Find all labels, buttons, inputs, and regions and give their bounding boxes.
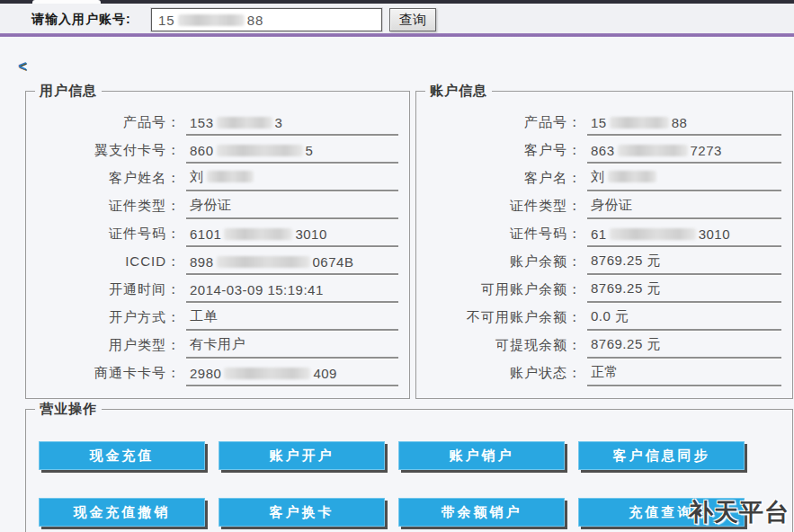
value-prefix: 6101 [190, 226, 221, 242]
value-prefix: 898 [190, 254, 214, 270]
redacted-segment [217, 145, 303, 156]
value-prefix: 860 [190, 143, 214, 158]
value-prefix: 863 [591, 143, 615, 158]
field-label: 证件类型： [26, 198, 181, 219]
field-row: 开通时间： 2014-03-09 15:19:41 [26, 275, 409, 303]
field-value: 工单 [186, 308, 398, 331]
field-value: 8769.25 元 [587, 253, 781, 275]
value-suffix: 0674B [313, 254, 354, 270]
operations-row: 现金充值账户开户账户销户客户信息同步 [39, 441, 745, 470]
account-info-rows: 产品号： 1588 客户号： 8637273 客户名： 刘 证件类型： 身份证 … [416, 108, 792, 386]
field-value: 有卡用户 [186, 336, 398, 359]
op-button[interactable]: 账户开户 [219, 441, 385, 470]
field-value: 2014-03-09 15:19:41 [186, 282, 398, 303]
redacted-segment [618, 145, 688, 156]
query-button[interactable]: 查询 [389, 8, 436, 31]
user-info-panel: 用户信息 产品号： 1533 翼支付卡号： 8605 客户姓名： 刘 证件类型：… [25, 91, 410, 399]
value-prefix: 61 [591, 226, 607, 242]
op-button[interactable]: 账户销户 [398, 441, 565, 470]
user-info-legend: 用户信息 [35, 83, 102, 100]
field-row: 客户姓名： 刘 [26, 164, 409, 191]
account-input-label: 请输入用户账号: [31, 12, 131, 28]
field-value: 613010 [587, 226, 781, 247]
operations-buttons: 现金充值账户开户账户销户客户信息同步现金充值撤销客户换卡带余额销户充值查询 [39, 441, 745, 527]
field-row: 翼支付卡号： 8605 [26, 136, 409, 164]
field-label: 可提现余额： [416, 337, 582, 359]
value-suffix: 5 [306, 143, 314, 158]
query-toolbar: 请输入用户账号: 15 88 查询 [0, 4, 794, 33]
field-value: 身份证 [587, 197, 781, 219]
field-row: 商通卡卡号： 2980409 [26, 359, 409, 386]
field-row: ICCID： 8980674B [26, 247, 409, 275]
user-info-rows: 产品号： 1533 翼支付卡号： 8605 客户姓名： 刘 证件类型： 身份证 … [26, 108, 409, 386]
field-label: 产品号： [26, 114, 181, 136]
field-label: 账户状态： [416, 365, 582, 386]
field-value: 刘 [186, 169, 398, 191]
value-suffix: 3 [275, 115, 283, 130]
field-row: 账户余额： 8769.25 元 [416, 247, 792, 275]
field-row: 证件号码： 61013010 [26, 219, 409, 247]
redacted-segment [224, 228, 292, 240]
field-value: 1588 [587, 115, 781, 136]
account-input[interactable]: 15 88 [151, 8, 382, 31]
field-value: 正常 [587, 364, 781, 386]
field-label: 客户名： [416, 170, 582, 191]
redacted-segment [217, 117, 272, 129]
field-value: 身份证 [186, 197, 398, 219]
watermark: 补天平台 [689, 496, 790, 528]
operations-row: 现金充值撤销客户换卡带余额销户充值查询 [39, 498, 745, 527]
field-row: 客户名： 刘 [416, 164, 792, 191]
input-redacted [178, 14, 245, 26]
purple-divider [0, 33, 794, 37]
field-label: 开通时间： [26, 281, 181, 303]
field-label: 证件类型： [416, 198, 582, 219]
value-prefix: 2980 [190, 366, 221, 381]
field-value: 刘 [587, 169, 781, 191]
value-suffix: 88 [672, 115, 688, 130]
field-label: 证件号码： [416, 226, 582, 247]
field-row: 可提现余额： 8769.25 元 [416, 331, 792, 359]
value-suffix: 7273 [691, 143, 722, 158]
field-label: 账户余额： [416, 253, 582, 275]
field-value: 61013010 [186, 226, 398, 247]
field-row: 证件类型： 身份证 [416, 191, 792, 219]
field-value: 8637273 [587, 143, 781, 164]
field-label: 用户类型： [26, 337, 181, 359]
field-label: 可用账户余额： [416, 281, 582, 303]
field-row: 产品号： 1533 [26, 108, 409, 136]
value-prefix: 刘 [190, 169, 204, 184]
field-label: ICCID： [26, 253, 181, 275]
redacted-segment [207, 171, 254, 182]
op-button[interactable]: 客户信息同步 [578, 441, 745, 470]
operations-panel: 营业操作 现金充值账户开户账户销户客户信息同步现金充值撤销客户换卡带余额销户充值… [25, 409, 793, 532]
field-value: 8605 [186, 143, 398, 164]
field-row: 可用账户余额： 8769.25 元 [416, 275, 792, 303]
field-row: 客户号： 8637273 [416, 136, 792, 164]
field-label: 商通卡卡号： [26, 365, 181, 386]
account-info-legend: 账户信息 [425, 83, 492, 100]
field-value: 2980409 [186, 366, 398, 386]
redacted-segment [610, 117, 669, 129]
field-value: 8980674B [186, 254, 398, 275]
field-row: 账户状态： 正常 [416, 359, 792, 386]
redacted-segment [608, 171, 656, 182]
field-label: 产品号： [416, 114, 582, 136]
value-suffix: 409 [313, 366, 337, 381]
account-input-value-suffix: 88 [247, 13, 264, 28]
back-link[interactable]: < [18, 59, 26, 74]
account-info-panel: 账户信息 产品号： 1588 客户号： 8637273 客户名： 刘 证件类型：… [415, 91, 793, 399]
field-value: 8769.25 元 [587, 280, 781, 303]
op-button[interactable]: 客户换卡 [219, 498, 385, 527]
field-label: 客户号： [416, 142, 582, 164]
op-button[interactable]: 现金充值 [39, 441, 205, 470]
account-input-value-prefix: 15 [158, 13, 175, 28]
redacted-segment [217, 256, 310, 268]
field-label: 翼支付卡号： [26, 142, 181, 164]
op-button[interactable]: 带余额销户 [398, 498, 565, 527]
field-row: 开户方式： 工单 [26, 303, 409, 331]
op-button[interactable]: 现金充值撤销 [39, 498, 205, 527]
field-value: 8769.25 元 [587, 336, 781, 359]
field-row: 证件类型： 身份证 [26, 191, 409, 219]
field-row: 不可用账户余额： 0.0 元 [416, 303, 792, 331]
field-label: 不可用账户余额： [416, 309, 582, 331]
